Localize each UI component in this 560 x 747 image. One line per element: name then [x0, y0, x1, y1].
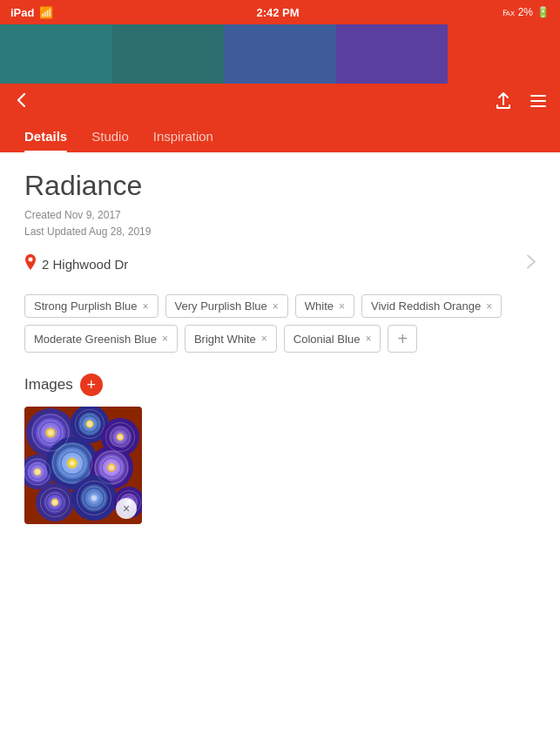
artwork-title: Radiance	[24, 170, 536, 202]
tabs-bar: Details Studio Inspiration	[0, 122, 560, 152]
tag-remove-1[interactable]: ×	[273, 300, 279, 313]
tag-bright-white[interactable]: Bright White ×	[185, 325, 277, 353]
swatch-3	[224, 24, 336, 84]
status-bar: iPad 📶 2:42 PM ℻ 2% 🔋	[0, 0, 560, 24]
tag-moderate-greenish-blue[interactable]: Moderate Greenish Blue ×	[24, 325, 178, 353]
wifi-icon: 📶	[39, 6, 53, 19]
updated-date: Last Updated Aug 28, 2019	[24, 224, 536, 240]
tag-strong-purplish-blue[interactable]: Strong Purplish Blue ×	[24, 294, 159, 318]
tag-remove-0[interactable]: ×	[143, 300, 149, 313]
tag-remove-6[interactable]: ×	[365, 333, 371, 345]
meta-info: Created Nov 9, 2017 Last Updated Aug 28,…	[24, 207, 536, 240]
tags-container: Strong Purplish Blue × Very Purplish Blu…	[24, 294, 536, 353]
menu-button[interactable]	[529, 91, 548, 115]
nav-bar	[0, 84, 560, 122]
location-icon	[24, 254, 37, 273]
nav-actions	[494, 91, 548, 115]
swatch-1	[0, 24, 112, 84]
device-label: iPad	[10, 6, 34, 19]
location-text: 2 Highwood Dr	[42, 257, 128, 272]
add-tag-button[interactable]: +	[388, 325, 417, 353]
image-grid: ×	[24, 407, 536, 524]
status-right: ℻ 2% 🔋	[503, 6, 550, 18]
share-button[interactable]	[494, 91, 513, 115]
swatch-2	[112, 24, 225, 84]
chevron-right-icon	[527, 254, 536, 273]
tag-very-purplish-blue[interactable]: Very Purplish Blue ×	[165, 294, 288, 318]
location-left: 2 Highwood Dr	[24, 254, 128, 273]
color-banner	[0, 24, 560, 84]
swatch-4	[336, 24, 449, 84]
tag-colonial-blue[interactable]: Colonial Blue ×	[284, 325, 381, 353]
bluetooth-icon: ℻	[503, 6, 515, 18]
tag-remove-3[interactable]: ×	[486, 300, 492, 313]
tag-remove-5[interactable]: ×	[261, 333, 267, 345]
swatch-5	[448, 24, 560, 84]
created-date: Created Nov 9, 2017	[24, 207, 536, 224]
battery-icon: 🔋	[536, 6, 550, 18]
tag-remove-4[interactable]: ×	[162, 333, 168, 345]
status-left: iPad 📶	[10, 6, 53, 19]
location-row[interactable]: 2 Highwood Dr	[24, 254, 536, 277]
battery-label: 2%	[518, 6, 533, 18]
add-image-button[interactable]: +	[80, 374, 103, 396]
tag-remove-2[interactable]: ×	[339, 300, 345, 313]
tag-vivid-reddish-orange[interactable]: Vivid Reddish Orange ×	[361, 294, 502, 318]
tab-details[interactable]: Details	[12, 122, 79, 152]
status-time: 2:42 PM	[256, 6, 299, 19]
image-thumbnail: ×	[24, 407, 142, 524]
tab-studio[interactable]: Studio	[79, 122, 141, 152]
back-button[interactable]	[12, 91, 31, 115]
tag-white[interactable]: White ×	[295, 294, 354, 318]
content-area: Radiance Created Nov 9, 2017 Last Update…	[0, 152, 560, 542]
tab-inspiration[interactable]: Inspiration	[141, 122, 226, 152]
images-label: Images	[24, 376, 73, 394]
images-header: Images +	[24, 374, 536, 396]
